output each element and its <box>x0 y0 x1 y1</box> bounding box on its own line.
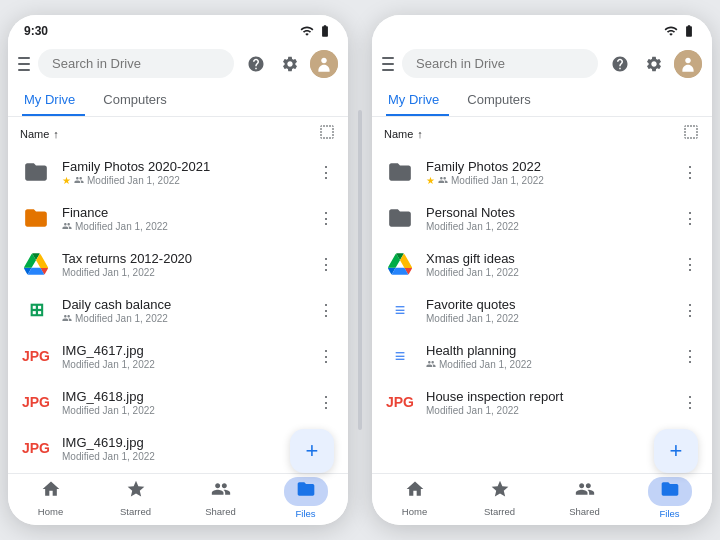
svg-point-1 <box>674 50 702 78</box>
list-item[interactable]: Family Photos 2020-2021 ★Modified Jan 1,… <box>8 149 348 195</box>
file-icon: JPG <box>20 386 52 418</box>
nav-icon-bg <box>41 479 61 504</box>
tab-computers[interactable]: Computers <box>465 84 541 116</box>
sort-arrow: ↑ <box>53 128 59 140</box>
file-name: Family Photos 2020-2021 <box>62 159 304 174</box>
sort-arrow: ↑ <box>417 128 423 140</box>
list-item[interactable]: JPG House inspection report Modified Jan… <box>372 379 712 425</box>
wifi-icon <box>300 24 314 38</box>
list-item[interactable]: JPG IMG_4618.jpg Modified Jan 1, 2022 ⋮ <box>8 379 348 425</box>
nav-icon-bg <box>575 479 595 504</box>
file-info: Health planning Modified Jan 1, 2022 <box>426 343 668 370</box>
more-options-button[interactable]: ⋮ <box>314 298 338 322</box>
file-meta: Modified Jan 1, 2022 <box>62 405 304 416</box>
nav-starred[interactable]: Starred <box>93 474 178 525</box>
phone-divider <box>358 110 362 430</box>
more-options-button[interactable]: ⋮ <box>314 390 338 414</box>
file-icon <box>20 248 52 280</box>
file-name: Favorite quotes <box>426 297 668 312</box>
phone-right: My DriveComputers Name ↑ Family Photos 2… <box>372 15 712 525</box>
view-toggle-button[interactable] <box>318 123 336 145</box>
nav-shared[interactable]: Shared <box>542 474 627 525</box>
nav-starred[interactable]: Starred <box>457 474 542 525</box>
list-item[interactable]: ⊞ Daily cash balance Modified Jan 1, 202… <box>8 287 348 333</box>
nav-label: Files <box>659 508 679 519</box>
nav-label: Files <box>295 508 315 519</box>
svg-point-0 <box>310 50 338 78</box>
file-name: Xmas gift ideas <box>426 251 668 266</box>
list-item[interactable]: Xmas gift ideas Modified Jan 1, 2022 ⋮ <box>372 241 712 287</box>
star-nav-icon <box>126 483 146 503</box>
list-item[interactable]: Family Photos 2022 ★Modified Jan 1, 2022… <box>372 149 712 195</box>
file-meta: Modified Jan 1, 2022 <box>62 221 304 232</box>
list-header: Name ↑ <box>372 117 712 149</box>
file-name: Finance <box>62 205 304 220</box>
battery-icon <box>682 24 696 38</box>
search-input[interactable] <box>38 49 234 78</box>
home-nav-icon <box>41 483 61 503</box>
nav-icon-bg <box>490 479 510 504</box>
file-meta: Modified Jan 1, 2022 <box>426 221 668 232</box>
file-icon <box>384 248 416 280</box>
more-options-button[interactable]: ⋮ <box>314 252 338 276</box>
shared-nav-icon <box>211 483 231 503</box>
nav-shared[interactable]: Shared <box>178 474 263 525</box>
file-meta: Modified Jan 1, 2022 <box>62 313 304 324</box>
more-options-button[interactable]: ⋮ <box>678 160 702 184</box>
list-item[interactable]: ≡ Health planning Modified Jan 1, 2022 ⋮ <box>372 333 712 379</box>
menu-button[interactable] <box>382 52 394 76</box>
menu-button[interactable] <box>18 52 30 76</box>
view-toggle-button[interactable] <box>682 123 700 145</box>
fab-button[interactable]: + <box>654 429 698 473</box>
list-item[interactable]: Personal Notes Modified Jan 1, 2022 ⋮ <box>372 195 712 241</box>
tab-my-drive[interactable]: My Drive <box>386 84 449 116</box>
search-input[interactable] <box>402 49 598 78</box>
star-nav-icon <box>490 483 510 503</box>
more-options-button[interactable]: ⋮ <box>314 344 338 368</box>
file-info: House inspection report Modified Jan 1, … <box>426 389 668 416</box>
sort-name-button[interactable]: Name ↑ <box>20 128 59 140</box>
wifi-icon <box>664 24 678 38</box>
nav-home[interactable]: Home <box>8 474 93 525</box>
name-label: Name <box>20 128 49 140</box>
file-icon <box>384 202 416 234</box>
more-options-button[interactable]: ⋮ <box>678 344 702 368</box>
battery-icon <box>318 24 332 38</box>
more-options-button[interactable]: ⋮ <box>678 390 702 414</box>
settings-button[interactable] <box>640 50 668 78</box>
fab-button[interactable]: + <box>290 429 334 473</box>
avatar[interactable] <box>674 50 702 78</box>
tabs: My DriveComputers <box>8 84 348 117</box>
file-meta: Modified Jan 1, 2022 <box>62 359 304 370</box>
phones-container: 9:30 My DriveComputers Name ↑ <box>8 15 712 525</box>
nav-label: Shared <box>205 506 236 517</box>
tab-my-drive[interactable]: My Drive <box>22 84 85 116</box>
more-options-button[interactable]: ⋮ <box>678 298 702 322</box>
sort-name-button[interactable]: Name ↑ <box>384 128 423 140</box>
files-nav-icon <box>660 483 680 503</box>
nav-files[interactable]: Files <box>263 474 348 525</box>
help-button[interactable] <box>606 50 634 78</box>
file-meta: Modified Jan 1, 2022 <box>62 451 304 462</box>
file-meta: ★Modified Jan 1, 2022 <box>62 175 304 186</box>
list-item[interactable]: ≡ Favorite quotes Modified Jan 1, 2022 ⋮ <box>372 287 712 333</box>
tab-computers[interactable]: Computers <box>101 84 177 116</box>
file-info: Daily cash balance Modified Jan 1, 2022 <box>62 297 304 324</box>
nav-home[interactable]: Home <box>372 474 457 525</box>
more-options-button[interactable]: ⋮ <box>678 252 702 276</box>
more-options-button[interactable]: ⋮ <box>314 160 338 184</box>
list-item[interactable]: Finance Modified Jan 1, 2022 ⋮ <box>8 195 348 241</box>
settings-button[interactable] <box>276 50 304 78</box>
file-info: Tax returns 2012-2020 Modified Jan 1, 20… <box>62 251 304 278</box>
list-item[interactable]: JPG IMG_4617.jpg Modified Jan 1, 2022 ⋮ <box>8 333 348 379</box>
list-item[interactable]: Tax returns 2012-2020 Modified Jan 1, 20… <box>8 241 348 287</box>
nav-files[interactable]: Files <box>627 474 712 525</box>
more-options-button[interactable]: ⋮ <box>314 206 338 230</box>
nav-label: Shared <box>569 506 600 517</box>
nav-label: Starred <box>120 506 151 517</box>
avatar[interactable] <box>310 50 338 78</box>
help-button[interactable] <box>242 50 270 78</box>
header-icons <box>242 50 338 78</box>
more-options-button[interactable]: ⋮ <box>678 206 702 230</box>
file-meta: Modified Jan 1, 2022 <box>426 359 668 370</box>
